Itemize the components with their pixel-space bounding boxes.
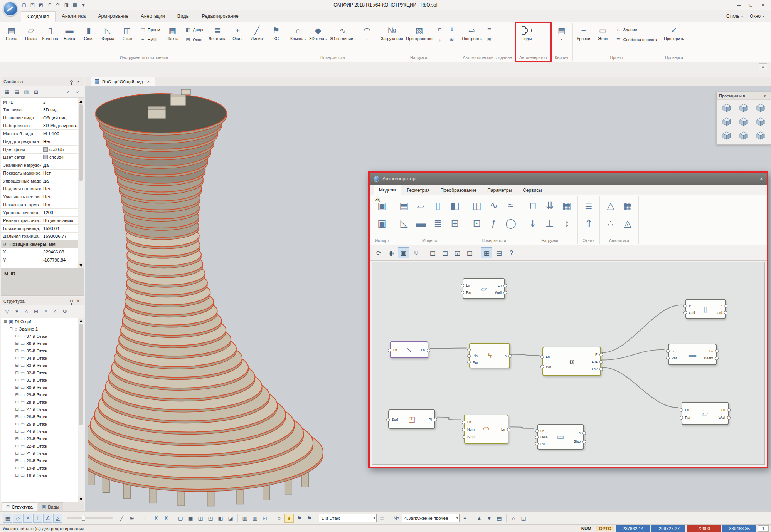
input-port[interactable] bbox=[535, 429, 539, 433]
property-row[interactable]: Y-167796.84 bbox=[1, 256, 78, 264]
property-row[interactable]: Показать маркиро...Нет bbox=[1, 170, 78, 178]
ag-surf-window-button[interactable]: ◫ bbox=[469, 197, 485, 213]
app-logo-button[interactable] bbox=[3, 2, 18, 16]
loadcases-button[interactable]: №Загружения bbox=[379, 23, 404, 42]
expander-icon[interactable]: ⊞ bbox=[15, 363, 19, 368]
ag-data-button[interactable]: ≋ bbox=[410, 247, 421, 258]
document-tab-close-button[interactable]: × bbox=[146, 79, 151, 84]
ag-load-up-button[interactable]: ⊥ bbox=[542, 215, 558, 231]
expander-icon[interactable]: ⊞ bbox=[15, 422, 19, 426]
input-port[interactable] bbox=[683, 311, 687, 314]
tree-floor[interactable]: ⊞▭31-й Этаж bbox=[1, 376, 78, 384]
document-tab[interactable]: RbO.spf:Общий вид × bbox=[91, 77, 155, 86]
expander-icon[interactable]: ⊟ bbox=[9, 327, 13, 331]
property-row[interactable]: Показывать армат...Нет bbox=[1, 201, 78, 209]
ag-window-button[interactable]: ⊞ bbox=[447, 215, 463, 231]
wall-b-node[interactable]: LnParLnWall▱ bbox=[682, 402, 729, 425]
home-button[interactable]: ⌂ bbox=[22, 307, 31, 316]
property-row[interactable]: Цвет фонаccd0d5 bbox=[1, 146, 78, 154]
home-view-button[interactable]: ⌂ bbox=[509, 514, 518, 523]
alphabetic-view-button[interactable]: ▤ bbox=[12, 87, 21, 96]
beam-node[interactable]: LnParLnBeam▬ bbox=[668, 344, 717, 365]
input-port[interactable] bbox=[540, 365, 544, 368]
ribbon-tab[interactable]: Армирование bbox=[92, 11, 135, 22]
autogenerator-titlebar[interactable]: Автогенератор × bbox=[370, 173, 767, 185]
view-iso-ne-button[interactable] bbox=[752, 102, 769, 115]
input-port[interactable] bbox=[467, 354, 471, 358]
viewport-3d[interactable]: Проекции и в... × Автогенератор × Модели… bbox=[85, 86, 771, 511]
output-port[interactable] bbox=[582, 440, 586, 443]
snap-grid-button[interactable]: ▦ bbox=[3, 514, 12, 523]
expander-icon[interactable]: ⊞ bbox=[15, 371, 19, 375]
tree-floor[interactable]: ⊞▭25-й Этаж bbox=[1, 420, 78, 428]
area-load-button[interactable]: ⇓ bbox=[446, 25, 457, 34]
property-row[interactable]: Упрощенные моде...Да bbox=[1, 177, 78, 185]
expander-icon[interactable]: ⊞ bbox=[15, 349, 19, 353]
ag-slab-button[interactable]: ▱ bbox=[413, 197, 429, 213]
line-button[interactable]: ╱Линия bbox=[247, 23, 266, 42]
direction-node[interactable]: LnLn↘ bbox=[390, 341, 428, 358]
visibility-filter-button[interactable]: ▤ bbox=[495, 514, 504, 523]
scroll-thumb[interactable] bbox=[79, 104, 83, 181]
ag-spark-button[interactable]: △ bbox=[603, 197, 619, 213]
expander-icon[interactable]: ⊞ bbox=[15, 341, 19, 346]
copy-floors-button[interactable]: ⊞ bbox=[484, 35, 495, 44]
space-button[interactable]: ▧Пространство bbox=[404, 23, 434, 42]
output-port[interactable] bbox=[727, 408, 731, 412]
group-floors-button[interactable]: ⊞ bbox=[32, 307, 40, 316]
input-port[interactable] bbox=[467, 361, 471, 364]
input-port[interactable] bbox=[388, 349, 391, 352]
stairs-button[interactable]: ≣Лестница bbox=[207, 23, 228, 42]
ribbon-tab[interactable]: Аннотации bbox=[135, 11, 171, 22]
output-port[interactable] bbox=[715, 357, 719, 360]
axes-button[interactable]: +Оси ▾ bbox=[228, 23, 247, 42]
floor-button[interactable]: ▭Этаж bbox=[593, 23, 613, 42]
wall-a-node[interactable]: LnParLnWall▱ bbox=[463, 278, 505, 299]
view-bottom-button[interactable] bbox=[736, 129, 752, 143]
property-row[interactable]: Набор слоев3D Моделирова... bbox=[1, 122, 78, 130]
input-port[interactable] bbox=[467, 348, 471, 351]
apply-button[interactable]: ✓ bbox=[64, 87, 72, 96]
tree-floor[interactable]: ⊞▭22-й Этаж bbox=[1, 442, 78, 450]
input-port[interactable] bbox=[683, 304, 687, 308]
column-button[interactable]: ▯Колонна bbox=[40, 23, 60, 42]
property-row[interactable]: Режим отрисовки ...По умолчанию bbox=[1, 217, 78, 225]
roof-button[interactable]: ⌂Крыша ▾ bbox=[288, 23, 308, 42]
expander-icon[interactable]: ⊞ bbox=[15, 356, 19, 360]
surface-node[interactable]: SurfPl◳ bbox=[388, 409, 435, 429]
collapse-ribbon-button[interactable]: ∧ bbox=[759, 63, 767, 70]
ag-load-down-button[interactable]: ↧ bbox=[525, 215, 541, 231]
ag-load-strip-button[interactable]: ⊓ bbox=[525, 197, 541, 213]
snap-angle-button[interactable]: ∠ bbox=[43, 514, 52, 523]
categorized-view-button[interactable]: ▦ bbox=[3, 87, 12, 96]
scroll-up-button[interactable]: ▲ bbox=[78, 318, 84, 323]
box-select-button[interactable]: ⊡ bbox=[260, 514, 269, 523]
autogenerator-close-button[interactable]: × bbox=[760, 176, 763, 182]
bulb-on-button[interactable]: ● bbox=[284, 514, 294, 523]
tree-floor[interactable]: ⊞▭24-й Этаж bbox=[1, 428, 78, 435]
pin-icon[interactable] bbox=[70, 300, 73, 302]
delta-height-button[interactable]: ±± ΔН bbox=[138, 35, 162, 44]
expander-icon[interactable]: ⊞ bbox=[15, 378, 19, 382]
wireframe-view-button[interactable]: ◫ bbox=[196, 514, 205, 523]
shaded-view-button[interactable]: ▣ bbox=[186, 514, 195, 523]
levels-button[interactable]: ≡Уровни bbox=[574, 23, 593, 42]
properties-close-button[interactable]: × bbox=[75, 79, 81, 84]
snap-point-button[interactable]: ◇ bbox=[13, 514, 22, 523]
column-node[interactable]: PCullPCol▯ bbox=[685, 299, 726, 319]
alpha-node[interactable]: LnParPLn1Ln2α bbox=[542, 347, 601, 376]
output-port[interactable] bbox=[503, 291, 507, 294]
tree-floor[interactable]: ⊞▭28-й Этаж bbox=[1, 398, 78, 406]
pin-icon[interactable] bbox=[70, 80, 73, 83]
structure-close-button[interactable]: × bbox=[75, 299, 81, 304]
hidden-line-button[interactable]: ◰ bbox=[206, 514, 215, 523]
ag-surf-sphere-button[interactable]: ◯ bbox=[503, 215, 519, 231]
ag-beam-button[interactable]: ▬ bbox=[413, 215, 429, 231]
ag-help-button[interactable]: ? bbox=[506, 247, 517, 258]
qat-more-button[interactable]: ▾ bbox=[79, 1, 88, 9]
ribbon-tab[interactable]: Виды bbox=[171, 11, 196, 22]
fit-all-button[interactable]: ◱ bbox=[519, 514, 528, 523]
arch-surface-button[interactable]: ◠ ▾ bbox=[357, 23, 377, 42]
ag-frame-br-button[interactable]: ◲ bbox=[464, 247, 475, 258]
input-port[interactable] bbox=[462, 435, 465, 439]
